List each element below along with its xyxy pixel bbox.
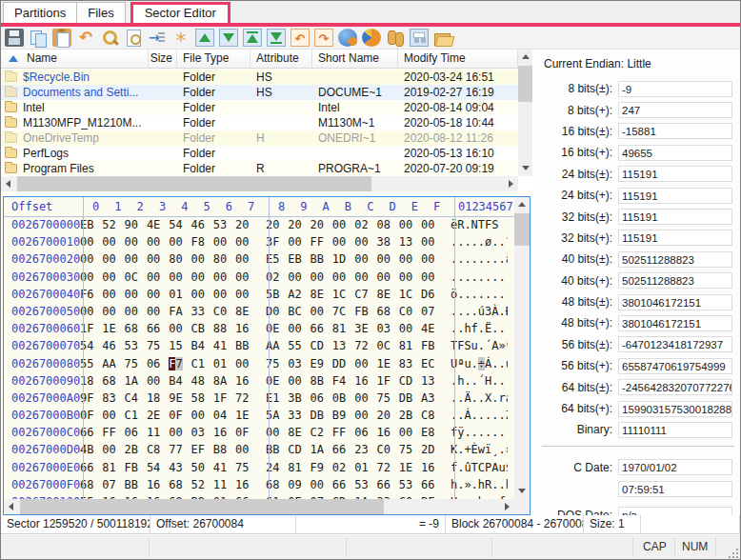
web-icon[interactable] — [338, 29, 357, 47]
hex-byte[interactable]: 80 — [169, 250, 190, 268]
hex-byte[interactable]: 00 — [354, 355, 376, 372]
hex-byte[interactable]: 13 — [399, 233, 421, 250]
hex-byte[interactable]: 00 — [354, 269, 376, 286]
vscroll-thumb[interactable] — [518, 66, 532, 102]
hex-byte[interactable]: 0B — [332, 390, 354, 407]
hex-byte[interactable]: 00 — [125, 286, 147, 303]
hex-byte[interactable]: 20 — [235, 216, 257, 233]
scroll-down-icon[interactable] — [514, 484, 530, 499]
hex-byte[interactable]: 0F — [169, 407, 190, 424]
hex-byte[interactable]: 66 — [310, 320, 332, 337]
hex-byte[interactable]: 81 — [332, 320, 354, 337]
hex-byte[interactable]: 03 — [288, 355, 310, 372]
hex-byte[interactable]: 02 — [332, 459, 354, 476]
hex-byte[interactable]: 2E — [147, 407, 169, 424]
last-sector-icon[interactable] — [267, 29, 286, 47]
hex-byte[interactable]: 06 — [147, 355, 169, 372]
hex-byte[interactable]: BC — [288, 303, 310, 320]
hex-byte[interactable]: C0 — [376, 441, 398, 458]
hex-byte[interactable]: 07 — [102, 476, 124, 493]
hex-byte[interactable]: 00 — [235, 441, 257, 458]
hex-row[interactable]: 00267000601F1E686600CB88160E0066813E0300… — [4, 320, 514, 337]
hex-byte[interactable]: 00 — [332, 216, 354, 233]
hscroll-thumb[interactable] — [17, 176, 371, 191]
hex-byte[interactable]: 00 — [147, 372, 169, 390]
hex-byte[interactable]: 00 — [169, 233, 190, 250]
hex-ascii-text[interactable]: .h..´H... — [451, 372, 508, 390]
hex-byte[interactable]: 16 — [376, 424, 398, 441]
hex-byte[interactable]: 0C — [376, 337, 398, 354]
hex-byte[interactable]: 00 — [288, 320, 310, 337]
hex-byte[interactable]: 33 — [288, 407, 310, 424]
file-column-header-name[interactable]: Name — [1, 50, 149, 69]
hex-byte[interactable]: 72 — [235, 390, 257, 407]
hex-byte[interactable]: 1D — [332, 250, 354, 268]
hex-byte[interactable]: B8 — [213, 441, 235, 458]
hex-byte[interactable]: 66 — [421, 476, 443, 493]
hex-byte[interactable]: 00 — [102, 269, 124, 286]
hex-byte[interactable]: 77 — [169, 441, 190, 458]
search-icon[interactable] — [100, 29, 119, 47]
hex-row[interactable]: 00267000C066FF06110003160F008EC2FF061600… — [4, 424, 514, 441]
hex-byte[interactable]: 3E — [354, 320, 376, 337]
hex-byte[interactable]: 75 — [399, 441, 421, 458]
hex-byte[interactable]: 53 — [125, 337, 147, 354]
hex-byte[interactable]: 90 — [125, 216, 147, 233]
scroll-right-icon[interactable] — [503, 176, 518, 191]
hex-byte[interactable]: 00 — [190, 407, 212, 424]
hex-byte[interactable]: 2B — [399, 407, 421, 424]
hex-byte[interactable]: BB — [310, 250, 332, 268]
hex-byte[interactable]: 8E — [288, 424, 310, 441]
hex-byte[interactable]: EB — [288, 250, 310, 268]
hex-byte[interactable]: 16 — [421, 459, 443, 476]
file-column-header-modify-time[interactable]: Modify Time — [398, 50, 518, 69]
prev-sector-icon[interactable] — [195, 29, 214, 47]
hex-byte[interactable]: 3B — [288, 390, 310, 407]
hex-ascii-text[interactable]: ..hf.Ë... — [451, 320, 508, 337]
hex-row[interactable]: 0026700040F6000000010000005BA28E1CC78E1C… — [4, 286, 514, 303]
hex-byte[interactable]: 55 — [288, 337, 310, 354]
hex-byte[interactable]: 00 — [288, 269, 310, 286]
hex-byte[interactable]: 8A — [213, 372, 235, 390]
hex-byte[interactable]: 53 — [354, 476, 376, 493]
hex-byte[interactable]: A2 — [288, 286, 310, 303]
hex-byte[interactable]: 13 — [421, 372, 443, 390]
hex-byte[interactable]: 00 — [310, 476, 332, 493]
hex-byte[interactable]: C0 — [213, 303, 235, 320]
hex-byte[interactable]: 68 — [125, 320, 147, 337]
hex-byte[interactable]: C0 — [399, 303, 421, 320]
hex-byte[interactable]: 00 — [421, 269, 443, 286]
hex-byte[interactable]: 00 — [235, 250, 257, 268]
hex-ascii-text[interactable]: ..Ä..X.rá — [451, 390, 508, 407]
hex-byte[interactable]: 16 — [235, 476, 257, 493]
hex-byte[interactable]: FB — [125, 459, 147, 476]
hex-byte[interactable]: 00 — [354, 233, 376, 250]
hex-byte[interactable]: CD — [288, 441, 310, 458]
hex-byte[interactable]: 1F — [376, 372, 398, 390]
hex-byte[interactable]: 00 — [169, 269, 190, 286]
hex-byte[interactable]: 00 — [399, 320, 421, 337]
hex-byte[interactable]: 66 — [376, 476, 398, 493]
hex-byte[interactable]: 75 — [376, 390, 398, 407]
hex-byte[interactable]: 2B — [125, 441, 147, 458]
hex-byte[interactable]: 00 — [332, 233, 354, 250]
hex-byte[interactable]: 81 — [288, 459, 310, 476]
hex-grid[interactable]: 0026700000EB52904E5446532020202000020800… — [4, 216, 514, 499]
hex-byte[interactable]: 01 — [213, 355, 235, 372]
scroll-right-icon[interactable] — [499, 499, 514, 514]
hex-byte[interactable]: 75 — [235, 459, 257, 476]
hex-byte[interactable]: 16 — [213, 424, 235, 441]
hex-byte[interactable]: 00 — [102, 303, 124, 320]
hex-byte[interactable]: 15 — [169, 337, 190, 354]
hex-byte[interactable]: 68 — [376, 303, 398, 320]
hex-row[interactable]: 0026700000EB52904E5446532020202000020800… — [4, 216, 514, 233]
hex-row[interactable]: 00267000100000000000F800003F00FF00003813… — [4, 233, 514, 250]
hex-byte[interactable]: 00 — [147, 233, 169, 250]
file-column-header-file-type[interactable]: File Type — [177, 50, 250, 69]
hex-byte[interactable]: 83 — [399, 355, 421, 372]
hex-byte[interactable]: 1E — [102, 320, 124, 337]
scroll-left-icon[interactable] — [4, 499, 19, 514]
hex-byte[interactable]: 00 — [102, 233, 124, 250]
hex-byte[interactable]: 68 — [102, 372, 124, 390]
hex-byte[interactable]: C4 — [125, 390, 147, 407]
